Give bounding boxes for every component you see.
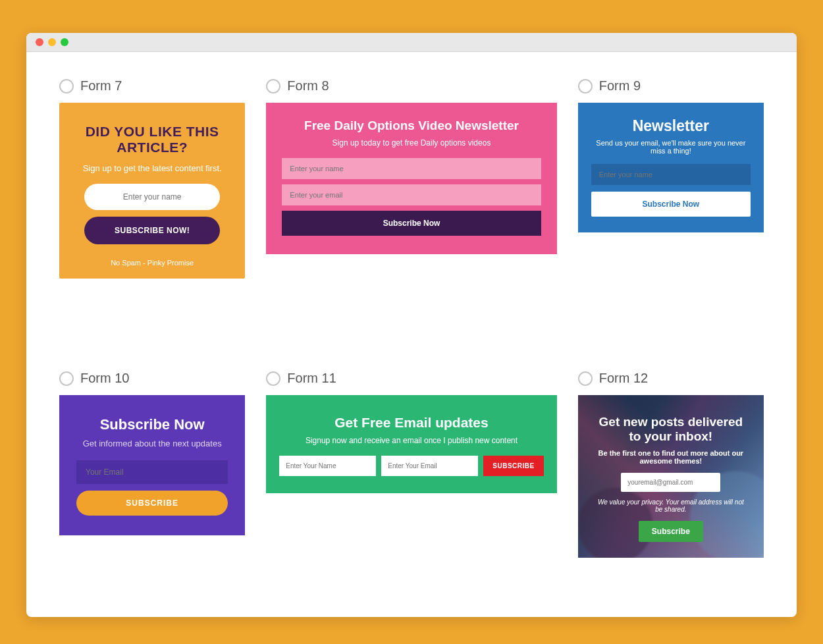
form-radio-8[interactable]	[266, 79, 280, 94]
form-radio-12[interactable]	[578, 371, 593, 386]
form11-subscribe-button[interactable]: SUBSCRIBE	[483, 456, 543, 476]
form7-footer: No Spam - Pinky Promise	[75, 259, 229, 267]
cell-title: Form 8	[287, 78, 329, 94]
cell-header: Form 9	[578, 78, 764, 94]
form9-name-input[interactable]	[591, 164, 751, 185]
form-cell-7: Form 7 DID YOU LIKE THIS ARTICLE? Sign u…	[59, 78, 245, 279]
form-cell-8: Form 8 Free Daily Options Video Newslett…	[266, 78, 556, 279]
form11-preview: Get Free Email updates Signup now and re…	[266, 395, 556, 493]
form12-heading: Get new posts delivered to your inbox!	[598, 415, 744, 444]
form8-subtitle: Sign up today to get free Daily options …	[282, 138, 541, 148]
form11-heading: Get Free Email updates	[279, 415, 543, 431]
form8-preview: Free Daily Options Video Newsletter Sign…	[266, 103, 556, 254]
form8-name-input[interactable]	[282, 158, 541, 179]
form8-heading: Free Daily Options Video Newsletter	[282, 119, 541, 133]
form7-name-input[interactable]	[84, 184, 220, 210]
cell-title: Form 7	[80, 78, 122, 94]
form7-subtitle: Sign up to get the latest content first.	[75, 163, 229, 173]
form12-subtitle: Be the first one to find out more about …	[598, 449, 744, 465]
form-cell-12: Form 12 Get new posts delivered to your …	[578, 371, 764, 558]
cell-title: Form 10	[80, 371, 129, 386]
cell-title: Form 9	[599, 78, 641, 94]
form10-email-input[interactable]	[76, 460, 228, 484]
content-area: Form 7 DID YOU LIKE THIS ARTICLE? Sign u…	[26, 52, 797, 617]
form9-subtitle: Send us your email, we'll make sure you …	[591, 139, 751, 155]
form9-preview: Newsletter Send us your email, we'll mak…	[578, 103, 764, 232]
form7-subscribe-button[interactable]: SUBSCRIBE NOW!	[84, 217, 220, 244]
form-cell-9: Form 9 Newsletter Send us your email, we…	[578, 78, 764, 279]
form8-email-input[interactable]	[282, 184, 541, 205]
form12-preview: Get new posts delivered to your inbox! B…	[578, 395, 764, 558]
form12-email-input[interactable]	[621, 473, 720, 492]
window-titlebar	[26, 33, 797, 52]
form11-email-input[interactable]	[381, 456, 478, 476]
cell-header: Form 8	[266, 78, 556, 94]
form9-heading: Newsletter	[591, 117, 751, 135]
form10-subtitle: Get informed about the next updates	[76, 439, 228, 448]
form12-subscribe-button[interactable]: Subscribe	[639, 521, 703, 542]
cell-header: Form 7	[59, 78, 245, 94]
cell-header: Form 10	[59, 371, 245, 386]
form7-preview: DID YOU LIKE THIS ARTICLE? Sign up to ge…	[59, 103, 245, 279]
form-grid: Form 7 DID YOU LIKE THIS ARTICLE? Sign u…	[59, 78, 764, 558]
form-radio-9[interactable]	[578, 79, 593, 94]
close-icon[interactable]	[36, 38, 43, 46]
form8-subscribe-button[interactable]: Subscribe Now	[282, 211, 541, 236]
minimize-icon[interactable]	[48, 38, 56, 46]
cell-title: Form 12	[599, 371, 648, 386]
form9-subscribe-button[interactable]: Subscribe Now	[591, 192, 751, 217]
form10-heading: Subscribe Now	[76, 416, 228, 433]
maximize-icon[interactable]	[61, 38, 68, 46]
form7-heading: DID YOU LIKE THIS ARTICLE?	[75, 124, 229, 155]
browser-window: Form 7 DID YOU LIKE THIS ARTICLE? Sign u…	[26, 33, 797, 617]
cell-header: Form 12	[578, 371, 764, 386]
cell-header: Form 11	[266, 371, 556, 386]
form10-preview: Subscribe Now Get informed about the nex…	[59, 395, 245, 535]
form-radio-10[interactable]	[59, 371, 74, 386]
form11-subtitle: Signup now and receive an email once I p…	[279, 436, 543, 445]
form10-subscribe-button[interactable]: SUBSCRIBE	[76, 491, 228, 516]
form11-row: SUBSCRIBE	[279, 456, 543, 476]
form-radio-11[interactable]	[266, 371, 280, 386]
form-cell-10: Form 10 Subscribe Now Get informed about…	[59, 371, 245, 558]
form11-name-input[interactable]	[279, 456, 376, 476]
form-radio-7[interactable]	[59, 79, 74, 94]
cell-title: Form 11	[287, 371, 336, 386]
form-cell-11: Form 11 Get Free Email updates Signup no…	[266, 371, 556, 558]
form12-privacy-note: We value your privacy. Your email addres…	[598, 498, 744, 513]
